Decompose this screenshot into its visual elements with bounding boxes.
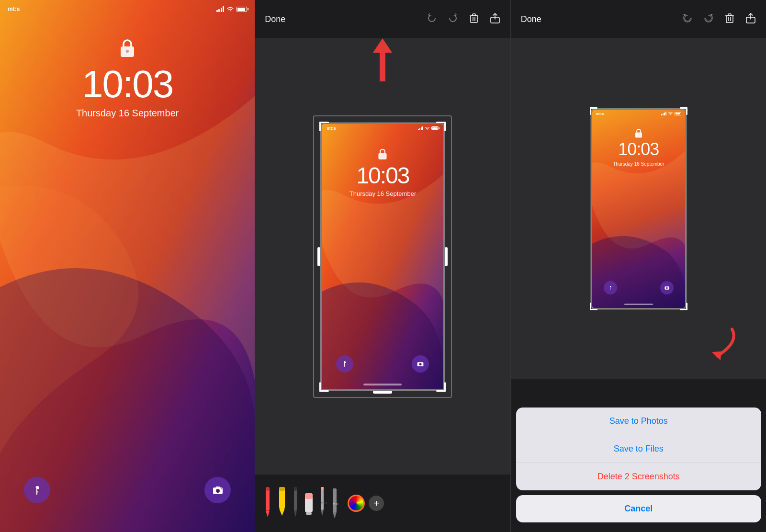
camera-button[interactable]	[204, 477, 231, 503]
svg-marker-30	[294, 511, 297, 517]
black-pen-tool[interactable]	[291, 486, 300, 521]
svg-rect-37	[321, 487, 324, 490]
svg-rect-19	[379, 153, 387, 159]
crop-handle-bl-h	[319, 390, 329, 392]
panel3-mini-home-bar	[624, 304, 653, 305]
delete-screenshots-button[interactable]: Delete 2 Screenshots	[516, 463, 761, 490]
panel-share-sheet: Done	[511, 0, 766, 532]
svg-rect-33	[305, 493, 313, 499]
eraser-tool[interactable]	[304, 486, 314, 521]
mini-status-right	[418, 126, 439, 131]
panel3-mini-lock-bottom	[592, 281, 685, 294]
panel3-mini-carrier: mt:s	[596, 112, 604, 116]
toolbar-right-icons	[426, 12, 501, 26]
cancel-button[interactable]: Cancel	[516, 495, 761, 522]
panel3-redo-button[interactable]	[703, 12, 714, 26]
panel-lock-screen: mt:s 10:03 Thursday	[0, 0, 255, 532]
wifi-icon	[226, 6, 234, 12]
undo-button[interactable]	[426, 12, 438, 26]
tutorial-arrow-share	[698, 324, 743, 370]
editor-toolbar: Done	[255, 0, 510, 38]
svg-rect-49	[664, 113, 665, 115]
panel3-crop-br-v	[686, 303, 687, 310]
phone-screenshot: mt:s	[320, 123, 445, 391]
redo-button[interactable]	[447, 12, 459, 26]
share-button[interactable]	[489, 12, 501, 26]
panel3-crop-tl-v	[590, 107, 591, 115]
panel3-undo-button[interactable]	[682, 12, 693, 26]
svg-rect-25	[266, 487, 270, 491]
svg-rect-34	[306, 512, 312, 515]
save-to-files-button[interactable]: Save to Files	[516, 435, 761, 463]
crop-handle-bottom[interactable]	[373, 391, 392, 394]
svg-rect-9	[471, 16, 477, 23]
status-indicators	[216, 6, 248, 12]
svg-point-22	[420, 363, 421, 365]
screenshot-preview-area: mt:s	[255, 38, 510, 475]
svg-point-6	[216, 489, 219, 492]
svg-rect-16	[419, 128, 420, 130]
signal-icon	[216, 6, 225, 12]
svg-point-2	[126, 50, 129, 53]
svg-rect-28	[279, 487, 285, 491]
svg-rect-50	[665, 112, 666, 115]
drawing-tools-bar: 5.0 5.0 +	[255, 475, 510, 532]
lock-date: Thursday 16 September	[76, 108, 179, 119]
panel3-editor-toolbar: Done	[511, 0, 766, 38]
panel3-mini-status: mt:s	[592, 112, 685, 116]
svg-rect-48	[663, 113, 664, 116]
screenshot-wallpaper: mt:s	[322, 124, 443, 389]
panel3-mini-camera	[660, 281, 674, 294]
panel3-crop-container: mt:s	[591, 108, 687, 309]
action-group-main: Save to Photos Save to Files Delete 2 Sc…	[516, 407, 761, 490]
panel3-mini-lock-time: 10:03	[618, 139, 659, 159]
svg-rect-31	[294, 487, 297, 491]
arrow-stem	[380, 53, 385, 81]
svg-rect-15	[418, 129, 419, 130]
crop-handle-left[interactable]	[317, 247, 320, 266]
save-to-photos-button[interactable]: Save to Photos	[516, 407, 761, 435]
svg-rect-51	[635, 132, 642, 137]
svg-marker-54	[712, 351, 723, 362]
lock-bottom-icons	[0, 477, 255, 503]
yellow-marker-tool[interactable]	[277, 486, 287, 521]
svg-text:5.0: 5.0	[333, 502, 338, 506]
tutorial-arrow-up	[373, 38, 392, 81]
panel3-crop-bl-v	[590, 303, 591, 310]
mini-status-bar: mt:s	[322, 126, 443, 131]
svg-marker-36	[321, 510, 324, 516]
svg-marker-40	[333, 512, 337, 519]
panel3-mini-wifi	[668, 112, 673, 115]
trash-button[interactable]	[468, 12, 480, 26]
panel3-mini-flashlight	[604, 281, 617, 294]
mini-home-bar	[363, 384, 402, 385]
pencil-tool[interactable]: 5.0	[318, 486, 327, 521]
svg-rect-8	[221, 488, 222, 489]
red-pen-tool[interactable]	[262, 486, 273, 521]
ruler-tool[interactable]: 5.0	[330, 486, 339, 521]
svg-rect-18	[422, 126, 423, 130]
svg-point-53	[666, 287, 668, 289]
color-picker-button[interactable]	[348, 495, 365, 512]
panel3-mini-battery	[675, 112, 681, 115]
flashlight-button[interactable]	[24, 477, 50, 503]
mini-camera-icon	[412, 355, 429, 373]
status-bar: mt:s	[0, 6, 255, 12]
panel3-trash-button[interactable]	[724, 12, 735, 26]
mini-lock-icon	[377, 148, 388, 162]
svg-rect-17	[421, 127, 422, 130]
svg-rect-35	[321, 487, 324, 510]
crop-container: mt:s	[320, 123, 445, 391]
action-sheet: Save to Photos Save to Files Delete 2 Sc…	[511, 407, 766, 532]
panel3-mini-lock-icon	[634, 128, 643, 140]
crop-handle-right[interactable]	[445, 247, 448, 266]
panel3-done-button[interactable]: Done	[521, 14, 541, 24]
panel-screenshot-editor: Done	[255, 0, 510, 532]
add-tool-button[interactable]: +	[369, 496, 384, 511]
panel3-share-button[interactable]	[745, 12, 756, 26]
mini-lock-date: Thursday 16 September	[349, 190, 416, 197]
done-button[interactable]: Done	[265, 14, 285, 24]
svg-marker-24	[266, 511, 270, 517]
panel3-mini-status-right	[661, 112, 681, 116]
panel3-mini-signal	[661, 112, 666, 115]
